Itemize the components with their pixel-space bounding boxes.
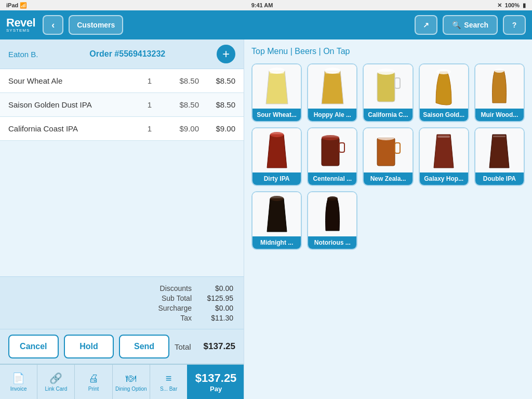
beer-card-new-zealand[interactable]: New Zeala...	[363, 127, 413, 186]
beer-card-dirty-ipa[interactable]: Dirty IPA	[251, 127, 302, 186]
item-name: Saison Golden Dust IPA	[8, 100, 142, 109]
search-button[interactable]: 🔍 Search	[443, 15, 498, 35]
svg-rect-6	[377, 72, 395, 102]
beer-image-muir-wood	[475, 64, 524, 109]
discounts-label: Discounts	[129, 284, 192, 292]
tax-label: Tax	[129, 314, 192, 322]
svg-marker-19	[434, 135, 454, 168]
dining-icon: 🍽	[126, 373, 136, 384]
item-total: $8.50	[199, 76, 235, 85]
status-bar: iPad 📶 9:41 AM ✕ 100% ▮	[0, 0, 532, 10]
beer-label-galaxy-hop: Galaxy Hop...	[420, 172, 468, 185]
toolbar-scroll-bar[interactable]: ≡ S... Bar	[150, 365, 188, 399]
item-qty: 1	[142, 76, 157, 85]
link-card-label: Link Card	[45, 386, 67, 392]
svg-rect-20	[437, 136, 450, 138]
item-qty: 1	[142, 100, 157, 109]
beer-image-dirty-ipa	[252, 128, 301, 172]
table-row[interactable]: California Coast IPA 1 $9.00 $9.00	[0, 117, 244, 141]
arrow-button[interactable]: ↗	[415, 15, 437, 35]
customers-button[interactable]: Customers	[69, 15, 123, 35]
hold-button[interactable]: Hold	[64, 335, 114, 358]
order-items-list: Sour Wheat Ale 1 $8.50 $8.50 Saison Gold…	[0, 69, 244, 276]
customer-name: Eaton B.	[8, 50, 38, 59]
beer-label-centennial: Centennial ...	[308, 172, 356, 185]
svg-point-10	[494, 69, 504, 73]
total-value: $137.25	[204, 341, 235, 352]
beer-card-california[interactable]: California C...	[363, 63, 413, 122]
add-item-button[interactable]: +	[217, 45, 235, 63]
bottom-toolbar: 📄 Invoice 🔗 Link Card 🖨 Print 🍽 Dining O…	[0, 364, 244, 399]
subtotal-label: Sub Total	[129, 294, 192, 302]
beer-image-saison	[420, 64, 468, 109]
beer-image-sour-wheat	[252, 64, 301, 109]
toolbar-invoice[interactable]: 📄 Invoice	[0, 365, 37, 399]
item-price: $9.00	[157, 124, 199, 133]
beer-image-double-ipa	[475, 128, 524, 172]
svg-point-15	[322, 135, 339, 140]
beer-card-hoppy-ale[interactable]: Hoppy Ale ...	[307, 63, 357, 122]
order-summary: Discounts $0.00 Sub Total $125.95 Surcha…	[0, 276, 244, 329]
surcharge-value: $0.00	[192, 304, 233, 312]
svg-point-25	[327, 196, 338, 201]
beer-card-centennial[interactable]: Centennial ...	[307, 127, 357, 186]
beer-label-muir-wood: Muir Wood...	[475, 109, 524, 121]
cancel-button[interactable]: Cancel	[8, 335, 59, 358]
beer-image-centennial	[308, 128, 356, 172]
beer-card-double-ipa[interactable]: Double IPA	[474, 127, 525, 186]
beer-label-notorious: Notorious ...	[308, 236, 356, 249]
beer-label-new-zealand: New Zeala...	[364, 172, 412, 185]
beer-card-sour-wheat[interactable]: Sour Wheat...	[251, 63, 302, 122]
tax-value: $11.30	[192, 314, 233, 322]
beer-image-new-zealand	[364, 128, 412, 172]
beer-label-saison: Saison Gold...	[420, 109, 468, 121]
item-total: $9.00	[199, 124, 235, 133]
item-total: $8.50	[199, 100, 235, 109]
send-button[interactable]: Send	[119, 335, 169, 358]
beer-image-midnight	[252, 192, 301, 236]
time-label: 9:41 AM	[251, 2, 273, 8]
beer-card-galaxy-hop[interactable]: Galaxy Hop...	[419, 127, 469, 186]
beer-label-sour-wheat: Sour Wheat...	[252, 109, 301, 121]
beer-card-muir-wood[interactable]: Muir Wood...	[474, 63, 525, 122]
header: Revel SYSTEMS ‹ Customers ↗ 🔍 Search ?	[0, 10, 532, 39]
beer-card-midnight[interactable]: Midnight ...	[251, 191, 302, 250]
svg-marker-21	[489, 135, 509, 168]
link-card-icon: 🔗	[49, 372, 62, 384]
battery-area: ✕ 100% ▮	[497, 2, 526, 9]
pay-amount: $137.25	[195, 371, 237, 385]
beer-label-double-ipa: Double IPA	[475, 172, 524, 185]
help-button[interactable]: ?	[503, 15, 526, 35]
svg-rect-2	[270, 72, 284, 74]
search-icon: 🔍	[452, 21, 461, 29]
table-row[interactable]: Saison Golden Dust IPA 1 $8.50 $8.50	[0, 93, 244, 117]
left-panel: Eaton B. Order #5569413232 + Sour Wheat …	[0, 39, 244, 399]
invoice-icon: 📄	[12, 372, 25, 384]
beer-label-midnight: Midnight ...	[252, 236, 301, 249]
item-qty: 1	[142, 124, 157, 133]
toolbar-print[interactable]: 🖨 Print	[75, 365, 112, 399]
svg-point-9	[436, 69, 451, 74]
back-button[interactable]: ‹	[43, 15, 63, 35]
beer-card-saison[interactable]: Saison Gold...	[419, 63, 469, 122]
svg-marker-11	[267, 135, 287, 168]
pay-button[interactable]: $137.25 Pay	[188, 365, 244, 399]
surcharge-label: Surcharge	[129, 304, 192, 312]
battery-label: ✕	[497, 2, 502, 9]
revel-logo: Revel SYSTEMS	[6, 17, 35, 33]
table-row[interactable]: Sour Wheat Ale 1 $8.50 $8.50	[0, 69, 244, 93]
beer-card-notorious[interactable]: Notorious ...	[307, 191, 357, 250]
print-label: Print	[88, 386, 99, 392]
beer-label-california: California C...	[364, 109, 412, 121]
action-buttons-area: Cancel Hold Send Total $137.25	[0, 329, 244, 364]
item-name: Sour Wheat Ale	[8, 76, 142, 85]
svg-rect-22	[493, 136, 506, 137]
menu-breadcrumb: Top Menu | Beers | On Tap	[251, 47, 525, 56]
toolbar-link-card[interactable]: 🔗 Link Card	[37, 365, 75, 399]
svg-rect-14	[339, 143, 344, 152]
svg-rect-13	[322, 138, 339, 166]
svg-rect-7	[395, 78, 400, 88]
main-layout: Eaton B. Order #5569413232 + Sour Wheat …	[0, 39, 532, 399]
svg-rect-16	[377, 138, 395, 166]
toolbar-dining-option[interactable]: 🍽 Dining Option	[113, 365, 150, 399]
